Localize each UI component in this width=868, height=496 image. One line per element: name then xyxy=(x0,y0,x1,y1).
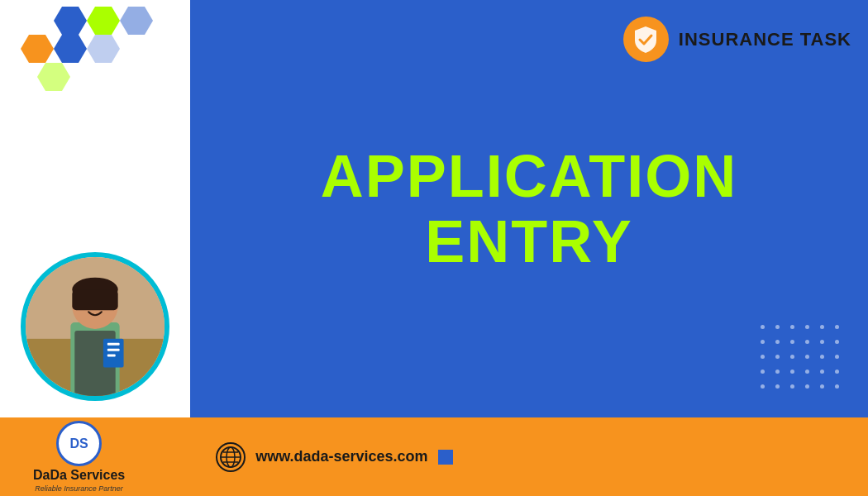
company-name: DaDa Services xyxy=(33,468,125,483)
dot xyxy=(790,384,794,389)
hex-decorations xyxy=(0,0,190,265)
dot-pattern-decoration xyxy=(761,325,843,393)
svg-rect-10 xyxy=(107,355,116,357)
dot xyxy=(790,370,794,374)
footer: DS DaDa Services Reliable Insurance Part… xyxy=(0,417,868,496)
hex-blue-4 xyxy=(87,35,120,63)
dot xyxy=(775,384,780,389)
application-entry-heading: APPLICATION ENTRY xyxy=(224,143,834,274)
right-panel: INSURANCE TASK APPLICATION ENTRY xyxy=(190,0,868,417)
dot xyxy=(775,355,780,359)
svg-rect-9 xyxy=(107,349,120,351)
main-heading-container: APPLICATION ENTRY xyxy=(224,143,834,274)
dot xyxy=(761,355,765,359)
dot xyxy=(835,355,839,359)
dot xyxy=(805,355,809,359)
dot xyxy=(820,325,824,329)
dot xyxy=(775,340,780,344)
dot xyxy=(820,355,824,359)
left-panel xyxy=(0,0,190,417)
website-url: www.dada-services.com xyxy=(255,448,427,465)
dot xyxy=(835,325,839,329)
dot xyxy=(761,340,765,344)
badge-label: INSURANCE TASK xyxy=(679,29,851,50)
logo-initials: DS xyxy=(69,436,88,451)
shield-badge xyxy=(623,17,669,62)
hex-blue-2 xyxy=(120,7,153,35)
dot xyxy=(761,384,765,389)
footer-website-area: www.dada-services.com xyxy=(216,442,452,472)
svg-rect-8 xyxy=(107,343,120,346)
dot xyxy=(790,325,794,329)
company-tagline: Reliable Insurance Partner xyxy=(35,484,123,493)
person-svg xyxy=(26,256,165,397)
dot xyxy=(835,384,839,389)
dot xyxy=(835,370,839,374)
dot xyxy=(835,340,839,344)
hex-blue-1 xyxy=(54,7,87,35)
dot xyxy=(761,370,765,374)
globe-icon xyxy=(216,442,246,472)
shield-icon xyxy=(633,26,658,54)
dot xyxy=(820,384,824,389)
dot xyxy=(805,370,809,374)
dot xyxy=(805,325,809,329)
portrait-circle xyxy=(21,252,169,401)
dot xyxy=(775,370,780,374)
dot xyxy=(775,325,780,329)
hex-blue-3 xyxy=(54,35,87,63)
svg-rect-6 xyxy=(72,290,117,311)
globe-svg xyxy=(219,446,242,469)
logo-area: DS DaDa Services Reliable Insurance Part… xyxy=(33,421,125,493)
dot xyxy=(805,340,809,344)
main-content-area: INSURANCE TASK APPLICATION ENTRY xyxy=(0,0,868,417)
logo-circle: DS xyxy=(56,421,102,466)
insurance-task-badge: INSURANCE TASK xyxy=(623,17,851,62)
hex-orange-1 xyxy=(21,35,54,63)
footer-square-decoration xyxy=(438,450,453,465)
dot xyxy=(790,355,794,359)
hex-green-2 xyxy=(37,63,70,91)
dot xyxy=(790,340,794,344)
dot xyxy=(761,325,765,329)
dot xyxy=(805,384,809,389)
dot xyxy=(820,370,824,374)
hex-green-1 xyxy=(87,7,120,35)
dot xyxy=(820,340,824,344)
